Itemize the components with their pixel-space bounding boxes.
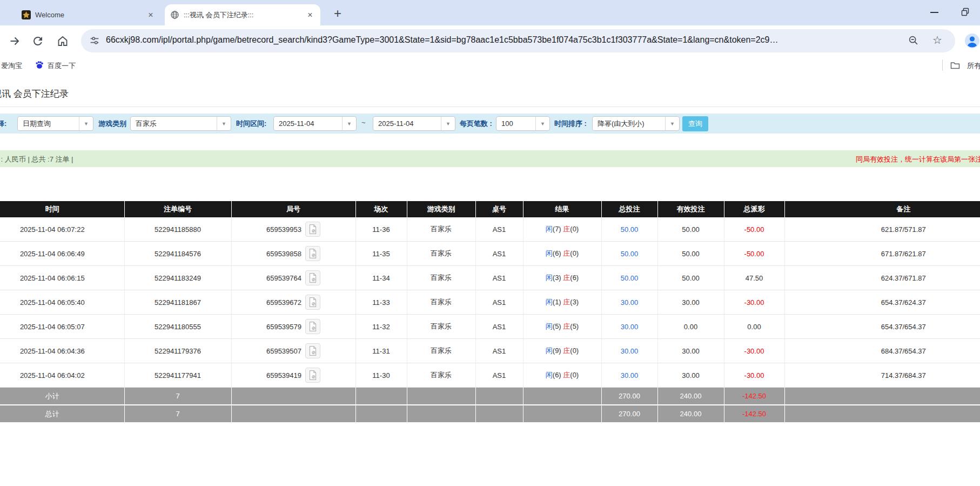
table-no-cell: AS1: [475, 242, 523, 266]
bet-id-cell: 522941177941: [124, 363, 231, 388]
payout-cell: -30.00: [724, 339, 784, 363]
time-cell: 2025-11-04 06:07:22: [0, 217, 124, 242]
date-to-input[interactable]: 2025-11-04 ▼: [373, 116, 455, 131]
round-video-icon[interactable]: [305, 368, 320, 383]
valid-bet-cell: 50.00: [657, 266, 724, 290]
column-header: 桌号: [475, 201, 523, 217]
bet-id-cell: 522941180555: [124, 315, 231, 339]
table-row: 2025-11-04 06:04:02522941177941659539419…: [0, 363, 980, 388]
column-header: 有效投注: [657, 201, 724, 217]
player-count: (9): [553, 347, 563, 355]
total-row-label: 总计: [0, 405, 124, 422]
page-content: 视讯 会员下注纪录 查询选择: 日期查询 ▼ 游戏类别 百家乐 ▼ 时间区间: …: [0, 0, 980, 486]
round-number: 659539507: [266, 347, 301, 355]
per-page-select[interactable]: 100 ▼: [496, 116, 550, 131]
round-video-icon[interactable]: [305, 270, 320, 285]
session-cell: 11-34: [355, 266, 407, 290]
banker-count: (0): [570, 371, 579, 379]
player-result: 闲: [546, 347, 553, 355]
player-result: 闲: [546, 298, 553, 306]
bet-table-body: 2025-11-04 06:07:22522941185880659539953…: [0, 217, 980, 422]
subtotal-row-empty: [407, 388, 475, 405]
round-cell: 659539672: [231, 290, 355, 315]
table-no-cell: AS1: [475, 363, 523, 388]
query-type-select[interactable]: 日期查询 ▼: [17, 116, 93, 131]
sort-label: 时间排序 :: [554, 119, 587, 129]
table-row: 2025-11-04 06:04:36522941179376659539507…: [0, 339, 980, 363]
game-type-cell: 百家乐: [407, 266, 475, 290]
total-row-payout: -142.50: [724, 405, 784, 422]
banker-count: (0): [570, 249, 579, 257]
banker-count: (5): [570, 322, 579, 330]
sort-select[interactable]: 降幂(由大到小) ▼: [592, 116, 680, 131]
subtotal-row-total-bet: 270.00: [601, 388, 657, 405]
valid-bet-cell: 30.00: [657, 339, 724, 363]
date-from-input[interactable]: 2025-11-04 ▼: [273, 116, 357, 131]
round-number: 659539579: [266, 323, 301, 331]
round-video-icon[interactable]: [305, 343, 320, 358]
banker-result: 庄: [563, 274, 570, 282]
result-cell: 闲(3) 庄(6): [523, 266, 601, 290]
payout-cell: -30.00: [724, 290, 784, 315]
payout-cell: 0.00: [724, 315, 784, 339]
valid-bet-cell: 30.00: [657, 363, 724, 388]
player-result: 闲: [546, 249, 553, 257]
subtotal-row-empty: [523, 388, 601, 405]
chevron-down-icon: ▼: [342, 117, 356, 130]
subtotal-row: 小计7270.00240.00-142.50: [0, 388, 980, 405]
banker-count: (0): [570, 225, 579, 233]
chevron-down-icon: ▼: [441, 117, 455, 130]
chevron-down-icon: ▼: [665, 117, 679, 130]
time-range-label: 时间区间:: [236, 119, 266, 129]
session-cell: 11-31: [355, 339, 407, 363]
payout-cell: -30.00: [724, 363, 784, 388]
page-title: 视讯 会员下注纪录: [0, 88, 69, 100]
banker-result: 庄: [563, 322, 570, 330]
session-cell: 11-35: [355, 242, 407, 266]
round-video-icon[interactable]: [305, 222, 320, 237]
round-video-icon[interactable]: [305, 246, 320, 261]
table-row: 2025-11-04 06:07:22522941185880659539953…: [0, 217, 980, 242]
round-cell: 659539579: [231, 315, 355, 339]
payout-cell: -50.00: [724, 242, 784, 266]
search-button[interactable]: 查询: [682, 116, 708, 131]
per-page-label: 每页笔数 :: [460, 119, 492, 129]
table-no-cell: AS1: [475, 266, 523, 290]
banker-count: (0): [570, 347, 579, 355]
time-cell: 2025-11-04 06:06:49: [0, 242, 124, 266]
round-cell: 659539764: [231, 266, 355, 290]
payout-cell: -50.00: [724, 217, 784, 242]
subtotal-row-empty: [231, 388, 355, 405]
table-no-cell: AS1: [475, 217, 523, 242]
total-row-remark: [784, 405, 980, 422]
game-type-select[interactable]: 百家乐 ▼: [130, 116, 231, 131]
column-header: 总派彩: [724, 201, 784, 217]
round-video-icon[interactable]: [305, 319, 320, 334]
result-cell: 闲(5) 庄(5): [523, 315, 601, 339]
banker-result: 庄: [563, 225, 570, 233]
total-bet-cell: 30.00: [601, 363, 657, 388]
valid-bet-cell: 0.00: [657, 315, 724, 339]
summary-bar: 币别 : 人民币 | 总共 :7 注单 | 同局有效投注，统一计算在该局第一张注…: [0, 150, 980, 167]
table-header-row: 时间注单编号局号场次游戏类别桌号结果总投注有效投注总派彩备注: [0, 201, 980, 217]
result-cell: 闲(6) 庄(0): [523, 242, 601, 266]
subtotal-row-valid-bet: 240.00: [657, 388, 724, 405]
query-select-label: 查询选择:: [0, 119, 6, 129]
chevron-down-icon: ▼: [535, 117, 549, 130]
remark-cell: 684.37/654.37: [784, 339, 980, 363]
subtotal-row-label: 小计: [0, 388, 124, 405]
payout-cell: 47.50: [724, 266, 784, 290]
time-cell: 2025-11-04 06:05:40: [0, 290, 124, 315]
total-row-empty: [475, 405, 523, 422]
table-row: 2025-11-04 06:05:07522941180555659539579…: [0, 315, 980, 339]
player-result: 闲: [546, 274, 553, 282]
remark-cell: 671.87/621.87: [784, 242, 980, 266]
bet-id-cell: 522941179376: [124, 339, 231, 363]
chevron-down-icon: ▼: [217, 117, 231, 130]
remark-cell: 714.37/684.37: [784, 363, 980, 388]
result-cell: 闲(1) 庄(3): [523, 290, 601, 315]
time-cell: 2025-11-04 06:04:36: [0, 339, 124, 363]
time-cell: 2025-11-04 06:06:15: [0, 266, 124, 290]
banker-result: 庄: [563, 298, 570, 306]
round-video-icon[interactable]: [305, 295, 320, 310]
